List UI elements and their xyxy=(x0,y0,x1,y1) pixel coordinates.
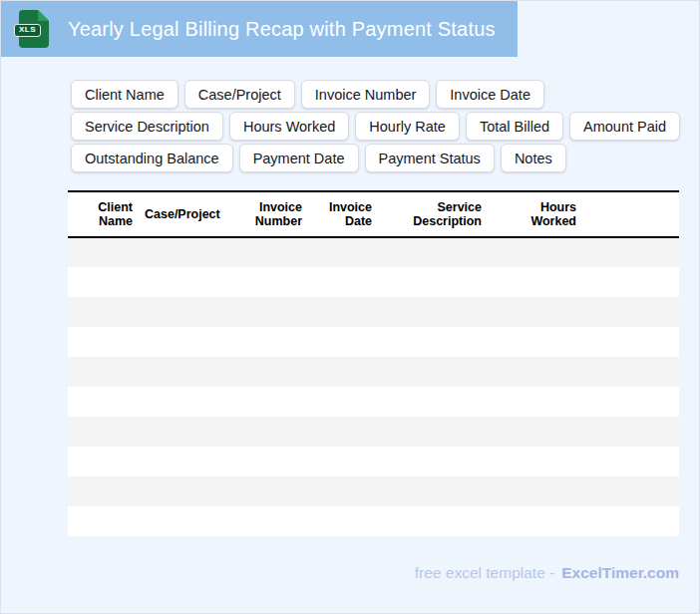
page-title: Yearly Legal Billing Recap with Payment … xyxy=(68,18,496,41)
chip-invoice-number[interactable]: Invoice Number xyxy=(301,80,431,109)
chip-hourly-rate[interactable]: Hourly Rate xyxy=(355,112,460,141)
col-header-service-description: Service Description xyxy=(380,191,490,237)
col-header-case-project: Case/Project xyxy=(141,191,225,237)
footer-caption: free excel template - xyxy=(415,564,554,582)
table-row xyxy=(68,417,679,447)
page: { "header": { "title": "Yearly Legal Bil… xyxy=(0,0,700,614)
table-row xyxy=(68,476,679,506)
footer-brand-link[interactable]: ExcelTimer.com xyxy=(561,564,679,582)
chip-hours-worked[interactable]: Hours Worked xyxy=(229,112,349,141)
xls-badge-label: XLS xyxy=(14,24,41,37)
table-body xyxy=(68,237,679,536)
chip-invoice-date[interactable]: Invoice Date xyxy=(436,80,544,109)
table-row xyxy=(68,447,679,476)
field-chip-list: Client Name Case/Project Invoice Number … xyxy=(71,80,681,172)
title-banner: XLS Yearly Legal Billing Recap with Paym… xyxy=(1,1,518,57)
chip-service-description[interactable]: Service Description xyxy=(71,112,223,141)
table-row xyxy=(68,506,679,536)
table-row xyxy=(68,297,679,327)
chip-amount-paid[interactable]: Amount Paid xyxy=(569,112,680,141)
chip-payment-status[interactable]: Payment Status xyxy=(365,144,495,172)
xls-file-icon: XLS xyxy=(19,10,49,48)
chip-outstanding-balance[interactable]: Outstanding Balance xyxy=(71,144,233,172)
col-header-client-name: Client Name xyxy=(68,191,141,237)
chip-total-billed[interactable]: Total Billed xyxy=(466,112,563,141)
col-header-hours-worked: Hours Worked xyxy=(490,191,584,237)
col-header-invoice-date: Invoice Date xyxy=(310,191,380,237)
table-header-row: Client Name Case/Project Invoice Number … xyxy=(68,191,679,237)
table-row xyxy=(68,267,679,297)
table-row xyxy=(68,357,679,387)
table-row xyxy=(68,387,679,417)
col-header-spacer xyxy=(584,191,679,237)
footer: free excel template - ExcelTimer.com xyxy=(415,564,679,582)
billing-table: Client Name Case/Project Invoice Number … xyxy=(68,190,679,536)
chip-case-project[interactable]: Case/Project xyxy=(184,80,295,109)
chip-client-name[interactable]: Client Name xyxy=(71,80,178,109)
table-row xyxy=(68,237,679,267)
chip-payment-date[interactable]: Payment Date xyxy=(239,144,359,172)
col-header-invoice-number: Invoice Number xyxy=(225,191,310,237)
billing-table-container: Client Name Case/Project Invoice Number … xyxy=(68,190,679,536)
chip-notes[interactable]: Notes xyxy=(501,144,566,172)
table-row xyxy=(68,327,679,357)
